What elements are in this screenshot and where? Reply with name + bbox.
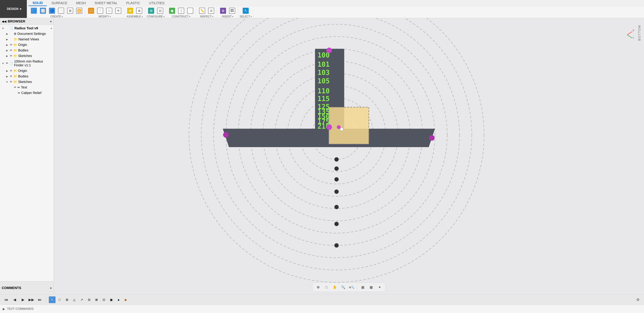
tree-arrow-7[interactable]: ▼ [1, 62, 5, 65]
canvas-area[interactable]: BOTTOM X Y [54, 18, 644, 295]
browser-pin-btn[interactable]: ● [50, 19, 52, 23]
tab-plastic[interactable]: PLASTIC [122, 0, 144, 6]
modify-label[interactable]: MODIFY ▾ [98, 15, 111, 18]
tree-eye-10[interactable]: 👁 [10, 80, 12, 83]
anim-last-btn[interactable]: ⏭ [36, 296, 43, 303]
tree-arrow-4[interactable]: ▶ [5, 43, 9, 46]
new-component-btn[interactable]: 🔷 [30, 6, 38, 15]
tree-arrow-5[interactable]: ▶ [5, 49, 9, 52]
tree-arrow-9[interactable]: ▶ [5, 75, 9, 78]
tree-arrow-8[interactable]: ▶ [5, 69, 9, 72]
comments-pin-btn[interactable]: ● [50, 286, 52, 290]
section-analysis-btn[interactable]: ⊘ [207, 6, 216, 15]
main-toolbar: DESIGN ▾ SOLIDSURFACEMESHSHEET METALPLAS… [0, 0, 644, 18]
press-pull-btn[interactable]: ⬡ [87, 6, 96, 15]
hole-btn[interactable]: ⬚ [57, 6, 66, 15]
anim-play-btn[interactable]: ▶ [20, 296, 26, 303]
tree-arrow-1[interactable]: ▼ [1, 27, 5, 30]
fillet-btn[interactable]: ◜ [96, 6, 104, 15]
pan-btn[interactable]: ✋ [332, 284, 338, 291]
browser-collapse-btn[interactable]: ◀◀ [2, 19, 6, 23]
anim-next-btn[interactable]: ▶▶ [28, 296, 35, 303]
design-menu-button[interactable]: DESIGN ▾ [0, 0, 27, 18]
tree-arrow-6[interactable]: ▶ [5, 55, 9, 57]
tree-item-9[interactable]: ▶👁📁Bodies [0, 73, 54, 79]
insert-label[interactable]: INSERT ▾ [222, 15, 233, 18]
inspect-btn[interactable]: 📏 [198, 6, 206, 15]
tree-icon-7: 📄 [10, 61, 13, 65]
configure-label[interactable]: CONFIGURE ▾ [147, 15, 164, 18]
tree-eye-5[interactable]: 👁 [10, 49, 12, 52]
move-btn[interactable]: ✛ [114, 6, 122, 15]
tree-item-7[interactable]: ▼👁📄100mm min Radius Finder v1:1 [0, 59, 54, 68]
assemble-label[interactable]: ASSEMBLE ▾ [126, 15, 143, 18]
anim-box4-icon[interactable]: ⊠ [93, 297, 100, 303]
display-mode-btn[interactable]: ▦ [360, 284, 366, 291]
tree-item-8[interactable]: ▶👁📁Origin [0, 68, 54, 73]
configure2-btn[interactable]: ⊟ [156, 6, 164, 15]
anim-box3-icon[interactable]: ⊟ [86, 297, 92, 303]
select-btn[interactable]: ↖ [241, 6, 250, 15]
zoom-fit-btn[interactable]: ⊕🔍 [348, 284, 355, 291]
tree-eye-4[interactable]: 👁 [10, 43, 12, 46]
shell-btn[interactable]: □ [105, 6, 114, 15]
tab-sheet-metal[interactable]: SHEET METAL [90, 0, 122, 6]
insert2-btn[interactable]: 🖼 [228, 6, 236, 15]
anim-cursor2-icon[interactable]: ↗ [78, 297, 85, 303]
tree-arrow-10[interactable]: ▼ [5, 81, 9, 83]
anim-box1-icon[interactable]: □ [56, 297, 63, 303]
anim-select-icon[interactable]: ↖ [49, 297, 56, 303]
inspect-label[interactable]: INSPECT ▾ [200, 15, 213, 18]
view-options-btn[interactable]: ▾ [376, 284, 383, 291]
tab-solid[interactable]: SOLID [28, 0, 47, 6]
as-built-joint-btn[interactable]: ⊗ [135, 6, 144, 15]
tree-item-1[interactable]: ▼📄Radius Tool v9● [0, 25, 54, 31]
mirror-btn[interactable]: 🔀 [75, 6, 84, 15]
tree-item-2[interactable]: ▶⚙Document Settings [0, 31, 54, 36]
tree-eye-8[interactable]: 👁 [10, 69, 12, 72]
anim-arrow-icon[interactable]: ▶ [122, 297, 129, 303]
tree-arrow-3[interactable]: ▶ [5, 38, 9, 41]
svg-text:103: 103 [318, 69, 330, 77]
pattern-btn[interactable]: ⊞ [66, 6, 74, 15]
create-label[interactable]: CREATE ▾ [50, 15, 63, 18]
pan-fit-btn[interactable]: □ [323, 284, 330, 291]
construct-axis-btn[interactable]: | [177, 6, 186, 15]
tree-eye-7[interactable]: 👁 [6, 62, 8, 65]
settings-button[interactable]: ⚙ [634, 297, 641, 303]
zoom-btn[interactable]: 🔍 [340, 284, 347, 291]
anim-tri-icon[interactable]: △ [71, 297, 78, 303]
anim-first-btn[interactable]: ⏮ [3, 296, 10, 303]
select-label[interactable]: SELECT ▾ [240, 15, 252, 18]
anim-box2-icon[interactable]: ⊞ [64, 297, 70, 303]
anim-tri2-icon[interactable]: ▲ [115, 297, 122, 303]
construct-plane-btn[interactable]: ▣ [168, 6, 176, 15]
tree-item-5[interactable]: ▶👁📁Bodies [0, 47, 54, 53]
construct-point-btn[interactable]: · [186, 6, 194, 15]
insert-btn[interactable]: ⊕ [219, 6, 228, 15]
anim-box5-icon[interactable]: ⊡ [100, 297, 107, 303]
orbit-btn[interactable]: ⊕ [314, 284, 322, 291]
anim-prev-btn[interactable]: ◀ [11, 296, 18, 303]
tree-item-6[interactable]: ▶👁📁Sketches [0, 53, 54, 59]
tree-eye-6[interactable]: 👁 [10, 54, 12, 57]
tree-item-12[interactable]: ✏Caliper Relief [0, 90, 54, 96]
tab-utilities[interactable]: UTILITIES [145, 0, 168, 6]
tree-arrow-2[interactable]: ▶ [5, 32, 9, 35]
joint-btn[interactable]: ⊕ [126, 6, 134, 15]
tab-surface[interactable]: SURFACE [48, 0, 71, 6]
tree-eye-9[interactable]: 👁 [10, 75, 12, 78]
tree-item-10[interactable]: ▼👁📁Sketches [0, 79, 54, 85]
tree-item-11[interactable]: 👁✏Text [0, 85, 54, 90]
grid-btn[interactable]: ▦ [368, 284, 375, 291]
revolve-btn[interactable]: 🔵 [48, 6, 56, 15]
construct-label[interactable]: CONSTRUCT ▾ [172, 15, 190, 18]
model-viewport[interactable]: 100 101 103 105 110 115 125 135 150 175 … [54, 18, 644, 295]
tab-mesh[interactable]: MESH [72, 0, 90, 6]
extrude-btn[interactable]: ⬜ [38, 6, 47, 15]
tree-item-3[interactable]: ▶📁Named Views [0, 36, 54, 42]
anim-box6-icon[interactable]: ▣ [108, 297, 114, 303]
tree-eye-11[interactable]: 👁 [14, 86, 16, 89]
configure-btn[interactable]: ⊞ [147, 6, 156, 15]
tree-item-4[interactable]: ▶👁📁Origin [0, 42, 54, 47]
